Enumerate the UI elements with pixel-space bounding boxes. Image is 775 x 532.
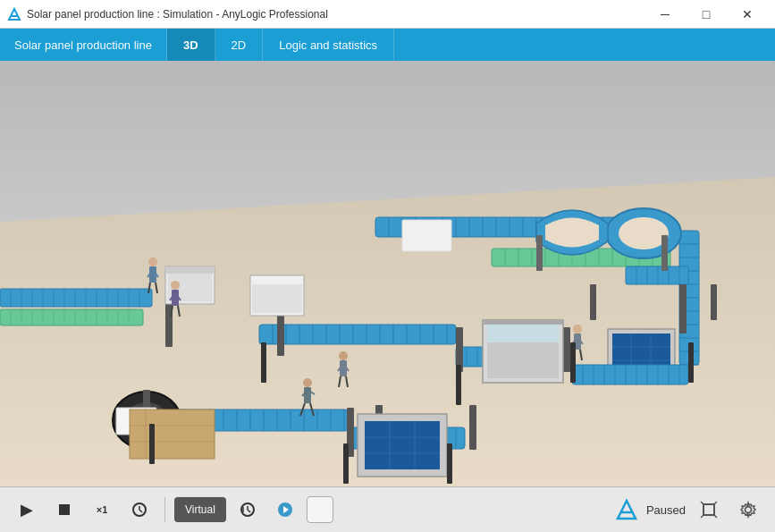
stop-button[interactable] — [48, 494, 80, 526]
svg-point-200 — [573, 325, 582, 334]
virtual-button[interactable]: Virtual — [174, 497, 226, 522]
svg-marker-235 — [618, 501, 636, 519]
svg-point-86 — [619, 217, 669, 249]
svg-point-176 — [148, 258, 157, 266]
paused-status: Paused — [646, 503, 686, 517]
svg-rect-157 — [487, 325, 559, 342]
svg-point-188 — [339, 351, 348, 360]
svg-rect-152 — [165, 266, 215, 274]
svg-point-194 — [303, 378, 312, 387]
forward-button[interactable] — [269, 494, 301, 526]
play-button[interactable]: ▶ — [11, 494, 43, 526]
svg-rect-223 — [456, 365, 461, 405]
svg-line-238 — [701, 502, 703, 504]
close-button[interactable]: ✕ — [727, 0, 768, 29]
speed-button[interactable]: ×1 — [86, 494, 118, 526]
svg-rect-211 — [572, 365, 688, 384]
svg-point-242 — [746, 507, 752, 513]
svg-rect-208 — [402, 220, 451, 251]
svg-rect-227 — [343, 443, 349, 484]
speed-label: ×1 — [97, 504, 108, 515]
record-icon — [131, 501, 148, 519]
svg-rect-206 — [536, 235, 543, 271]
svg-rect-229 — [59, 504, 70, 515]
tab-3d[interactable]: 3D — [167, 29, 215, 61]
simulation-scene — [0, 61, 775, 486]
toolbar-right: Paused — [614, 494, 764, 526]
svg-rect-145 — [679, 284, 687, 334]
tab-bar: Solar panel production line 3D 2D Logic … — [0, 29, 775, 61]
step-button[interactable] — [232, 494, 264, 526]
svg-rect-225 — [688, 342, 694, 383]
svg-rect-209 — [590, 284, 596, 320]
svg-point-182 — [171, 281, 180, 290]
tab-logic[interactable]: Logic and statistics — [263, 29, 394, 61]
record-button[interactable] — [123, 494, 156, 526]
anylogic-logo — [614, 497, 639, 522]
forward-icon — [276, 501, 294, 519]
step-icon — [239, 501, 257, 519]
svg-rect-158 — [483, 320, 563, 325]
svg-rect-228 — [447, 443, 452, 484]
fit-icon — [700, 501, 718, 519]
stop-icon — [57, 502, 72, 517]
svg-rect-195 — [304, 387, 311, 403]
svg-line-240 — [701, 515, 703, 518]
settings-button[interactable] — [732, 494, 764, 526]
svg-rect-166 — [365, 421, 440, 469]
svg-rect-87 — [259, 325, 456, 344]
svg-rect-147 — [469, 405, 476, 450]
svg-rect-144 — [563, 327, 570, 372]
title-bar: Solar panel production line : Simulation… — [0, 0, 775, 29]
gear-icon — [739, 501, 757, 519]
tab-2d[interactable]: 2D — [215, 29, 264, 61]
blank-button[interactable] — [307, 496, 333, 523]
toolbar-separator-1 — [164, 497, 165, 522]
svg-rect-154 — [252, 284, 302, 313]
simulation-viewport[interactable] — [0, 61, 775, 486]
toolbar: ▶ ×1 Virtual — [0, 486, 775, 532]
svg-line-239 — [714, 502, 717, 504]
fit-button[interactable] — [693, 494, 725, 526]
title-bar-left: Solar panel production line : Simulation… — [7, 7, 328, 21]
svg-rect-226 — [149, 424, 155, 464]
svg-rect-237 — [703, 504, 714, 515]
maximize-button[interactable]: □ — [686, 0, 727, 29]
title-bar-controls[interactable]: ─ □ ✕ — [644, 0, 768, 29]
svg-marker-0 — [9, 9, 20, 20]
svg-line-241 — [714, 515, 717, 518]
svg-rect-207 — [661, 235, 668, 271]
svg-rect-172 — [130, 410, 215, 459]
anylogic-icon — [7, 7, 21, 21]
svg-rect-224 — [570, 342, 576, 383]
title-text: Solar panel production line : Simulation… — [27, 8, 328, 21]
minimize-button[interactable]: ─ — [644, 0, 686, 29]
svg-rect-222 — [261, 342, 266, 383]
svg-rect-210 — [711, 284, 717, 320]
tab-solar-panel[interactable]: Solar panel production line — [0, 29, 167, 61]
